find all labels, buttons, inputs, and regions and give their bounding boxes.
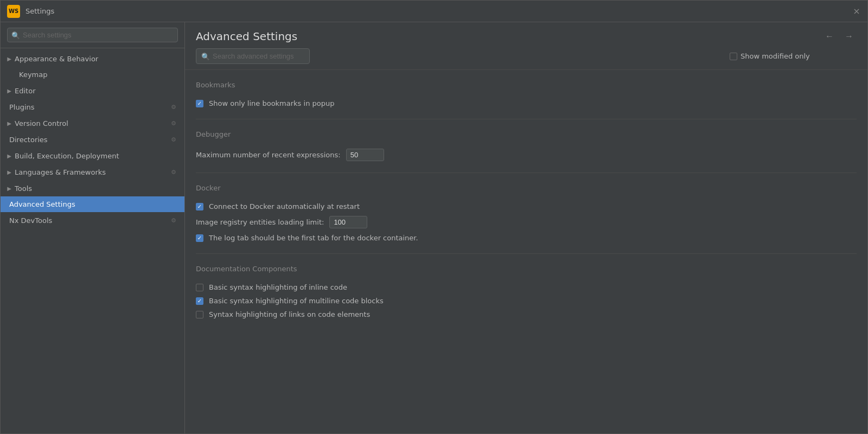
- label-basic-syntax-inline: Basic syntax highlighting of inline code: [209, 283, 347, 291]
- sidebar-item-label-appearance: Appearance & Behavior: [15, 55, 178, 63]
- section-title-bookmarks: Bookmarks: [196, 81, 857, 91]
- nav-fwd-button[interactable]: →: [841, 30, 857, 42]
- input-max-recent-expressions[interactable]: [346, 149, 384, 161]
- chevron-right-icon: ▶: [5, 151, 14, 160]
- settings-icon: ⚙: [169, 119, 178, 127]
- sidebar-item-label-keymap: Keymap: [19, 71, 178, 79]
- main-search-inner: 🔍: [196, 48, 722, 64]
- sidebar-item-label-editor: Editor: [15, 87, 178, 95]
- section-bookmarks: BookmarksShow only line bookmarks in pop…: [196, 81, 857, 110]
- main-header: Advanced Settings ← →: [185, 22, 867, 48]
- sidebar: 🔍 ▶Appearance & BehaviorKeymap▶EditorPlu…: [1, 22, 185, 433]
- main-search-bar: 🔍 Show modified only: [185, 48, 867, 69]
- section-divider: [196, 253, 857, 254]
- sidebar-item-label-languages: Languages & Frameworks: [15, 168, 169, 176]
- section-title-debugger: Debugger: [196, 130, 857, 141]
- main-search-input[interactable]: [196, 48, 310, 64]
- sidebar-item-label-version-control: Version Control: [15, 119, 169, 127]
- main-title: Advanced Settings: [196, 30, 297, 43]
- setting-row-connect-docker: Connect to Docker automatically at resta…: [196, 200, 857, 213]
- sidebar-item-build[interactable]: ▶Build, Execution, Deployment: [1, 148, 184, 164]
- show-modified-label: Show modified only: [741, 52, 810, 60]
- chevron-right-icon: ▶: [5, 168, 14, 176]
- label-show-line-bookmarks: Show only line bookmarks in popup: [209, 99, 334, 107]
- section-documentation-components: Documentation ComponentsBasic syntax hig…: [196, 265, 857, 321]
- sidebar-item-label-directories: Directories: [9, 136, 169, 144]
- label-syntax-links: Syntax highlighting of links on code ele…: [209, 310, 370, 318]
- nav-back-button[interactable]: ←: [822, 30, 837, 42]
- sidebar-item-tools[interactable]: ▶Tools: [1, 180, 184, 196]
- sidebar-item-label-tools: Tools: [15, 184, 178, 193]
- setting-row-log-tab-first: The log tab should be the first tab for …: [196, 231, 857, 245]
- section-divider: [196, 119, 857, 119]
- chevron-right-icon: ▶: [5, 184, 14, 193]
- settings-icon: ⚙: [169, 168, 178, 176]
- sidebar-search-input[interactable]: [7, 28, 178, 42]
- section-debugger: DebuggerMaximum number of recent express…: [196, 130, 857, 164]
- sidebar-search-wrap: 🔍: [7, 28, 178, 42]
- sidebar-search-icon: 🔍: [11, 31, 20, 39]
- settings-icon: ⚙: [169, 103, 178, 111]
- sidebar-item-label-advanced: Advanced Settings: [9, 200, 178, 208]
- main-search-icon: 🔍: [201, 52, 210, 60]
- sidebar-item-advanced[interactable]: Advanced Settings: [1, 196, 184, 212]
- sidebar-item-label-plugins: Plugins: [9, 103, 169, 111]
- show-modified-checkbox[interactable]: [730, 53, 737, 60]
- checkbox-basic-syntax-multiline[interactable]: [196, 297, 203, 305]
- sidebar-item-plugins[interactable]: Plugins⚙: [1, 99, 184, 115]
- window-title: Settings: [25, 7, 852, 15]
- label-basic-syntax-multiline: Basic syntax highlighting of multiline c…: [209, 297, 384, 305]
- sidebar-item-directories[interactable]: Directories⚙: [1, 131, 184, 148]
- sidebar-item-version-control[interactable]: ▶Version Control⚙: [1, 115, 184, 131]
- settings-icon: ⚙: [169, 135, 178, 144]
- sidebar-item-label-build: Build, Execution, Deployment: [15, 152, 178, 160]
- sidebar-item-appearance[interactable]: ▶Appearance & Behavior: [1, 50, 184, 67]
- sidebar-item-nx-devtools[interactable]: Nx DevTools⚙: [1, 212, 184, 228]
- checkbox-connect-docker[interactable]: [196, 203, 203, 210]
- chevron-right-icon: ▶: [5, 119, 14, 127]
- setting-row-max-recent-expressions: Maximum number of recent expressions:: [196, 146, 857, 164]
- sidebar-item-label-nx-devtools: Nx DevTools: [9, 216, 169, 225]
- setting-row-basic-syntax-multiline: Basic syntax highlighting of multiline c…: [196, 294, 857, 308]
- input-image-registry-limit[interactable]: [329, 216, 367, 228]
- section-docker: DockerConnect to Docker automatically at…: [196, 184, 857, 245]
- setting-row-image-registry-limit: Image registry entities loading limit:: [196, 213, 857, 231]
- label-max-recent-expressions: Maximum number of recent expressions:: [196, 151, 341, 159]
- chevron-right-icon: ▶: [5, 86, 14, 95]
- main-content: BookmarksShow only line bookmarks in pop…: [185, 69, 867, 433]
- setting-row-basic-syntax-inline: Basic syntax highlighting of inline code: [196, 280, 857, 294]
- label-connect-docker: Connect to Docker automatically at resta…: [209, 202, 360, 210]
- titlebar: WS Settings ×: [1, 1, 867, 22]
- setting-row-syntax-links: Syntax highlighting of links on code ele…: [196, 308, 857, 321]
- label-log-tab-first: The log tab should be the first tab for …: [209, 234, 418, 242]
- settings-icon: ⚙: [169, 216, 178, 225]
- label-image-registry-limit: Image registry entities loading limit:: [196, 218, 324, 226]
- checkbox-basic-syntax-inline[interactable]: [196, 284, 203, 291]
- checkbox-log-tab-first[interactable]: [196, 234, 203, 242]
- app-logo: WS: [7, 5, 20, 18]
- sidebar-list: ▶Appearance & BehaviorKeymap▶EditorPlugi…: [1, 48, 184, 433]
- section-title-documentation-components: Documentation Components: [196, 265, 857, 275]
- content-area: 🔍 ▶Appearance & BehaviorKeymap▶EditorPlu…: [1, 22, 867, 433]
- chevron-right-icon: ▶: [5, 54, 14, 63]
- logo-text: WS: [9, 8, 18, 14]
- main-header-nav: ← →: [822, 30, 857, 42]
- section-divider: [196, 173, 857, 173]
- sidebar-item-keymap[interactable]: Keymap: [1, 67, 184, 82]
- main-panel: Advanced Settings ← → 🔍 Show modified on…: [185, 22, 867, 433]
- sidebar-search-bar: 🔍: [1, 22, 184, 48]
- checkbox-show-line-bookmarks[interactable]: [196, 100, 203, 107]
- sidebar-item-editor[interactable]: ▶Editor: [1, 82, 184, 99]
- checkbox-syntax-links[interactable]: [196, 311, 203, 318]
- setting-row-show-line-bookmarks: Show only line bookmarks in popup: [196, 97, 857, 110]
- close-button[interactable]: ×: [852, 7, 861, 16]
- show-modified-container: Show modified only: [730, 52, 810, 60]
- section-title-docker: Docker: [196, 184, 857, 194]
- sidebar-item-languages[interactable]: ▶Languages & Frameworks⚙: [1, 164, 184, 180]
- settings-window: WS Settings × 🔍 ▶Appearance & BehaviorKe…: [0, 0, 868, 434]
